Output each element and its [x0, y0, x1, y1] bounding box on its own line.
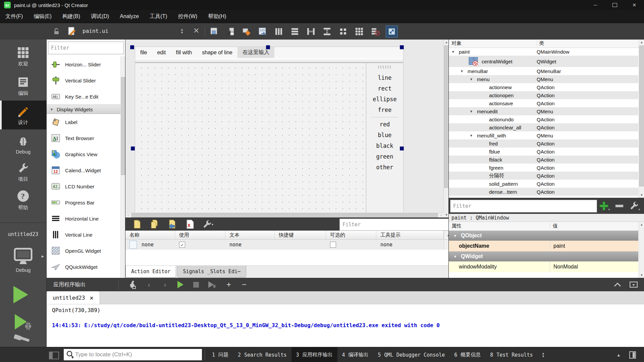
col-object[interactable]: 对象: [451, 40, 462, 47]
property-filter-input[interactable]: [450, 200, 597, 212]
tool-free-button[interactable]: free: [366, 105, 403, 115]
col-name[interactable]: 名称: [125, 231, 175, 239]
mode-debug[interactable]: Debug: [0, 130, 46, 159]
build-button[interactable]: [13, 335, 33, 347]
edit-signals-slots-icon[interactable]: [225, 26, 236, 37]
widget-horizontal-slider[interactable]: Horizon... Slider: [47, 56, 125, 72]
locator-input[interactable]: [74, 351, 200, 358]
run-icon[interactable]: [175, 280, 186, 290]
selection-handle[interactable]: [266, 45, 270, 49]
widget-box-scrollbar[interactable]: [120, 56, 125, 278]
form-canvas[interactable]: [135, 63, 366, 218]
open-document-label[interactable]: paint.ui: [83, 28, 108, 34]
maximize-button[interactable]: [605, 0, 625, 10]
col-property[interactable]: 属性: [451, 223, 462, 229]
property-filter[interactable]: [450, 200, 597, 213]
action-settings-wrench-icon[interactable]: ▾: [202, 219, 213, 229]
property-group-qobject[interactable]: ▼ QObject: [449, 231, 638, 241]
widget-key-sequence-edit[interactable]: AB| Key Se...e Edit: [47, 88, 125, 105]
panel-search-results-button[interactable]: 2Search Results: [233, 347, 291, 362]
tool-rect-button[interactable]: rect: [366, 83, 403, 94]
scroll-up-icon[interactable]: ▲: [639, 41, 644, 44]
menu-analyze[interactable]: Analyze: [114, 10, 144, 23]
scroll-down-icon[interactable]: ▼: [639, 274, 644, 277]
tab-signals-slots-editor[interactable]: Signals _Slots Edi⋯: [177, 266, 246, 278]
layout-form-icon[interactable]: [337, 26, 349, 37]
edit-widgets-icon[interactable]: [209, 26, 220, 37]
windowmodality-value[interactable]: NonModal: [550, 261, 638, 272]
debug-run-icon[interactable]: [206, 280, 218, 290]
selection-handle[interactable]: [131, 146, 135, 150]
form-menu-file[interactable]: file: [135, 47, 152, 58]
menu-debug[interactable]: 调试(D): [86, 10, 114, 23]
scrollbar-thumb[interactable]: [444, 46, 449, 188]
close-button[interactable]: ✕: [625, 0, 644, 10]
expand-pane-icon[interactable]: ▲: [613, 347, 625, 362]
form-menu-shape-of-line[interactable]: shape of line: [197, 47, 237, 58]
menu-help[interactable]: 帮助(H): [203, 10, 231, 23]
col-value[interactable]: 值: [550, 223, 558, 229]
zoom-in-icon[interactable]: +: [223, 280, 234, 290]
form-menu-edit[interactable]: edit: [152, 47, 171, 58]
menu-widgets[interactable]: 控件(W): [173, 10, 203, 23]
form-vertical-scrollbar[interactable]: ▲ ▼: [443, 40, 449, 218]
scroll-right-icon[interactable]: ›: [438, 214, 444, 217]
mode-projects[interactable]: 项目: [0, 158, 46, 186]
kit-expand-arrow-icon[interactable]: ▸: [42, 253, 44, 259]
new-action-icon[interactable]: [131, 219, 143, 229]
widget-qquick[interactable]: QQuickWidget: [47, 259, 125, 275]
adjust-size-icon[interactable]: [386, 25, 398, 38]
widget-lcd-number[interactable]: 42. LCD Number: [47, 178, 125, 194]
layout-vertical-splitter-icon[interactable]: [321, 26, 333, 37]
tree-row[interactable]: actionclear_allQAction: [449, 123, 638, 131]
stop-icon[interactable]: [190, 280, 202, 290]
debug-run-button[interactable]: [13, 313, 33, 330]
tool-red-button[interactable]: red: [366, 119, 403, 130]
layout-horizontal-splitter-icon[interactable]: [305, 26, 317, 37]
col-shortcut[interactable]: 快捷键: [275, 231, 326, 239]
widget-filter-input[interactable]: [48, 42, 123, 54]
selection-handle[interactable]: [130, 45, 134, 49]
panel-summary-button[interactable]: 6概要信息: [449, 347, 485, 362]
tree-row[interactable]: actionopenQAction: [449, 91, 638, 99]
edit-tab-order-icon[interactable]: 123: [257, 26, 268, 37]
tree-row[interactable]: fblueQAction: [449, 147, 638, 156]
widget-label[interactable]: Label: [47, 114, 125, 130]
tab-action-editor[interactable]: Action Editor: [125, 266, 176, 278]
tree-row[interactable]: centralWidgetQWidget: [449, 56, 638, 67]
tool-line-button[interactable]: line: [366, 72, 403, 83]
toggle-sidebar-icon[interactable]: [49, 352, 59, 359]
selection-handle[interactable]: [400, 146, 404, 150]
tree-row[interactable]: fredQAction: [449, 139, 638, 147]
menu-tools[interactable]: 工具(T): [144, 10, 172, 23]
scroll-left-icon[interactable]: ‹: [125, 214, 131, 217]
expand-icon[interactable]: ▼: [470, 134, 477, 137]
widget-vertical-line[interactable]: Vertical Line: [47, 227, 125, 243]
property-row-windowmodality[interactable]: windowModality NonModal: [449, 261, 638, 272]
scroll-down-icon[interactable]: ▼: [639, 193, 644, 197]
scrollbar-thumb[interactable]: [131, 213, 438, 218]
menu-file[interactable]: 文件(F): [0, 10, 28, 23]
used-checkbox-checked[interactable]: ✓: [179, 242, 185, 248]
tree-row[interactable]: ▼paintQMainWindow: [449, 48, 638, 56]
output-tab-untitled23[interactable]: untitled23 ✕: [47, 291, 100, 304]
edit-action-icon[interactable]: [166, 219, 178, 229]
zoom-out-icon[interactable]: −: [238, 280, 250, 290]
tree-row[interactable]: fblackQAction: [449, 156, 638, 164]
panel-test-results-button[interactable]: 8Test Results: [485, 347, 537, 362]
widget-graphics-view[interactable]: Graphics View: [47, 146, 125, 162]
remove-dynamic-property-button[interactable]: [613, 200, 625, 212]
section-display-widgets[interactable]: ▼ Display Widgets: [47, 105, 125, 114]
tree-row[interactable]: ▼menuBarQMenuBar: [449, 67, 638, 75]
edit-buddies-icon[interactable]: [241, 26, 252, 37]
maximize-pane-icon[interactable]: [612, 280, 623, 290]
lock-icon[interactable]: [53, 27, 60, 36]
clear-output-broom-icon[interactable]: [126, 280, 138, 290]
tool-black-button[interactable]: black: [366, 140, 403, 151]
inspector-scrollbar[interactable]: ▲ ▼: [639, 40, 644, 198]
form-horizontal-scrollbar[interactable]: ‹ ›: [125, 213, 444, 218]
add-dynamic-property-button[interactable]: ▾: [598, 200, 610, 212]
tree-row[interactable]: actionsaveQAction: [449, 99, 638, 107]
col-checkable[interactable]: 可选的: [326, 231, 376, 239]
panel-layout-icon[interactable]: [625, 347, 644, 362]
